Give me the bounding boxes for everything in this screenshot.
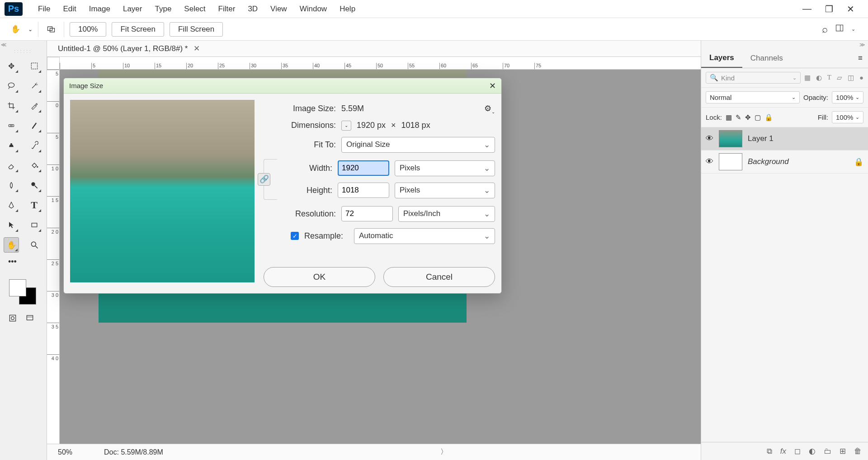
close-tab-icon[interactable]: ✕ — [193, 44, 200, 53]
filter-shape-icon[interactable]: ▱ — [837, 74, 842, 82]
panel-grip[interactable]: :::::: — [4, 49, 43, 54]
layer-item[interactable]: 👁 Layer 1 — [701, 127, 868, 150]
layer-name[interactable]: Background — [748, 157, 789, 166]
layer-thumbnail[interactable] — [719, 153, 742, 170]
delete-layer-icon[interactable]: 🗑 — [854, 447, 862, 456]
lasso-tool[interactable] — [4, 78, 19, 94]
hand-tool[interactable]: ✋ — [4, 237, 19, 253]
layer-filter-kind[interactable]: 🔍 Kind ⌄ — [706, 72, 801, 84]
color-swatches[interactable] — [9, 279, 36, 305]
horizontal-ruler[interactable]: 51015202530354045505560657075 — [60, 57, 701, 70]
window-close[interactable]: ✕ — [847, 4, 854, 14]
dimensions-unit-button[interactable]: ⌄ — [341, 121, 351, 131]
lock-all-icon[interactable]: 🔒 — [764, 113, 773, 122]
menu-view[interactable]: View — [264, 2, 293, 16]
lock-artboard-icon[interactable]: ▢ — [755, 113, 761, 122]
scroll-all-windows-icon[interactable] — [44, 23, 58, 35]
height-input[interactable] — [338, 183, 389, 198]
marquee-tool[interactable] — [27, 58, 42, 74]
filter-smart-icon[interactable]: ◫ — [848, 74, 854, 82]
filter-toggle-icon[interactable]: ● — [859, 74, 863, 82]
new-layer-icon[interactable]: ⊞ — [840, 446, 846, 456]
crop-tool[interactable] — [4, 98, 19, 113]
window-maximize[interactable]: ❐ — [825, 4, 833, 14]
move-tool[interactable]: ✥ — [4, 58, 19, 74]
blend-mode-select[interactable]: Normal⌄ — [706, 91, 800, 103]
status-chevron-icon[interactable]: 〉 — [440, 447, 448, 457]
lock-transparent-icon[interactable]: ▦ — [726, 113, 732, 122]
link-layers-icon[interactable]: ⧉ — [767, 447, 772, 456]
dialog-titlebar[interactable]: Image Size ✕ — [64, 78, 501, 94]
pen-tool[interactable] — [4, 197, 19, 213]
chevron-down-icon[interactable]: ⌄ — [851, 26, 855, 32]
new-group-icon[interactable]: 🗀 — [824, 447, 831, 456]
history-brush-tool[interactable] — [27, 138, 42, 153]
resample-checkbox[interactable]: ✓ — [291, 232, 299, 240]
type-tool[interactable]: T — [27, 197, 42, 213]
window-minimize[interactable]: — — [802, 4, 811, 14]
tab-layers[interactable]: Layers — [701, 49, 742, 68]
edit-toolbar-icon[interactable]: ••• — [4, 257, 43, 267]
layer-item[interactable]: 👁 Background 🔒 — [701, 150, 868, 174]
rectangle-tool[interactable] — [27, 217, 42, 233]
foreground-color[interactable] — [9, 279, 26, 296]
dialog-close-icon[interactable]: ✕ — [489, 81, 496, 91]
fill-screen-button[interactable]: Fill Screen — [170, 22, 223, 37]
lock-image-icon[interactable]: ✎ — [736, 113, 741, 122]
layer-name[interactable]: Layer 1 — [748, 134, 774, 143]
screen-mode-icon[interactable] — [25, 314, 34, 325]
paint-bucket-tool[interactable] — [27, 158, 42, 173]
hand-tool-icon[interactable]: ✋ — [8, 23, 23, 35]
status-doc-size[interactable]: Doc: 5.59M/8.89M — [104, 448, 163, 456]
document-tab[interactable]: Untitled-1 @ 50% (Layer 1, RGB/8#) * ✕ — [47, 41, 701, 57]
menu-select[interactable]: Select — [178, 2, 212, 16]
fit-screen-button[interactable]: Fit Screen — [112, 22, 164, 37]
menu-type[interactable]: Type — [148, 2, 178, 16]
dodge-tool[interactable] — [27, 178, 42, 193]
menu-window[interactable]: Window — [293, 2, 333, 16]
ok-button[interactable]: OK — [264, 267, 375, 287]
zoom-tool[interactable] — [27, 237, 42, 253]
panel-menu-icon[interactable]: ≡ — [853, 54, 868, 63]
opacity-value[interactable]: 100%⌄ — [832, 91, 863, 103]
path-selection-tool[interactable] — [4, 217, 19, 233]
width-unit-select[interactable]: Pixels⌄ — [395, 160, 495, 176]
menu-3d[interactable]: 3D — [241, 2, 264, 16]
collapse-panels-icon[interactable]: ≫ — [701, 41, 868, 49]
collapse-toolbar-icon[interactable]: ≪ — [1, 42, 7, 48]
zoom-level-button[interactable]: 100% — [70, 22, 106, 37]
magic-wand-tool[interactable] — [27, 78, 42, 94]
tool-preset-chevron[interactable]: ⌄ — [28, 26, 33, 33]
layer-fx-icon[interactable]: fx — [780, 447, 786, 456]
lock-icon[interactable]: 🔒 — [854, 157, 863, 167]
fill-value[interactable]: 100%⌄ — [832, 111, 863, 123]
dialog-preview-image[interactable] — [70, 100, 255, 282]
visibility-icon[interactable]: 👁 — [706, 134, 713, 143]
menu-help[interactable]: Help — [333, 2, 362, 16]
add-mask-icon[interactable]: ◻ — [794, 446, 801, 456]
constrain-proportions-button[interactable]: 🔗 — [258, 173, 270, 186]
cancel-button[interactable]: Cancel — [383, 267, 495, 287]
ruler-origin[interactable] — [47, 57, 60, 70]
status-zoom[interactable]: 50% — [58, 448, 72, 456]
height-unit-select[interactable]: Pixels⌄ — [395, 183, 495, 198]
quick-mask-icon[interactable] — [8, 314, 17, 325]
menu-edit[interactable]: Edit — [57, 2, 82, 16]
layer-thumbnail[interactable] — [719, 130, 742, 147]
vertical-ruler[interactable]: 5051 01 52 02 53 03 54 0 — [47, 70, 60, 444]
filter-pixel-icon[interactable]: ▦ — [804, 74, 811, 82]
filter-adjustment-icon[interactable]: ◐ — [816, 74, 822, 82]
menu-file[interactable]: File — [32, 2, 57, 16]
clone-stamp-tool[interactable] — [4, 138, 19, 153]
eraser-tool[interactable] — [4, 158, 19, 173]
healing-brush-tool[interactable] — [4, 118, 19, 133]
menu-filter[interactable]: Filter — [212, 2, 242, 16]
menu-image[interactable]: Image — [83, 2, 117, 16]
resample-select[interactable]: Automatic⌄ — [354, 228, 495, 244]
blur-tool[interactable] — [4, 178, 19, 193]
eyedropper-tool[interactable] — [27, 98, 42, 113]
fit-to-select[interactable]: Original Size⌄ — [341, 137, 495, 153]
gear-icon[interactable]: ⚙⌄ — [484, 103, 495, 114]
lock-position-icon[interactable]: ✥ — [745, 113, 751, 122]
brush-tool[interactable] — [27, 118, 42, 133]
